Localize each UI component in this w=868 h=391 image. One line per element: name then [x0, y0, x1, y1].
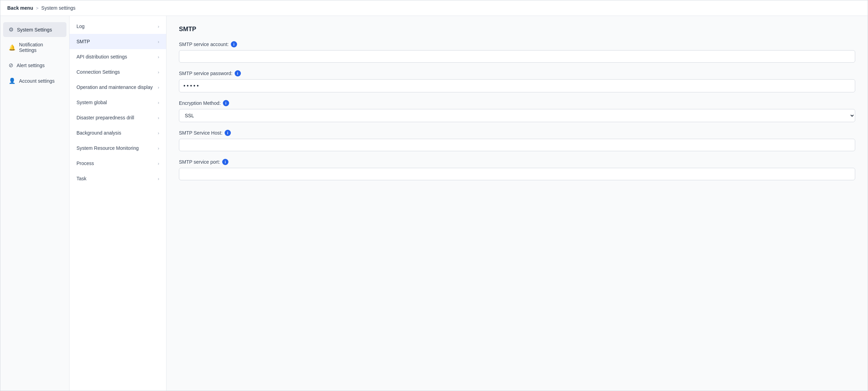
form-group-smtp-account: SMTP service account: i: [179, 41, 855, 63]
nav-label-system-resource: System Resource Monitoring: [76, 145, 158, 151]
nav-item-system-resource[interactable]: System Resource Monitoring ›: [70, 140, 166, 156]
sidebar-label-account-settings: Account settings: [19, 78, 55, 84]
main-layout: ⚙ System Settings 🔔 Notification Setting…: [0, 16, 868, 391]
chevron-right-icon: ›: [158, 54, 159, 60]
encryption-method-label-text: Encryption Method:: [179, 100, 221, 106]
smtp-account-info-icon[interactable]: i: [231, 41, 237, 47]
nav-item-disaster-drill[interactable]: Disaster preparedness drill ›: [70, 110, 166, 125]
nav-label-api-distribution: API distribution settings: [76, 54, 158, 60]
bell-icon: 🔔: [9, 44, 16, 51]
nav-label-connection-settings: Connection Settings: [76, 69, 158, 75]
chevron-right-icon: ›: [158, 161, 159, 166]
breadcrumb-separator: >: [36, 6, 39, 11]
nav-label-system-global: System global: [76, 100, 158, 105]
field-label-encryption-method: Encryption Method: i: [179, 100, 855, 106]
sidebar-label-alert-settings: Alert settings: [17, 63, 45, 68]
chevron-right-icon: ›: [158, 85, 159, 90]
nav-label-disaster-drill: Disaster preparedness drill: [76, 115, 158, 120]
chevron-right-icon: ›: [158, 176, 159, 181]
nav-item-api-distribution[interactable]: API distribution settings ›: [70, 49, 166, 64]
nav-item-smtp[interactable]: SMTP ›: [70, 34, 166, 49]
field-label-smtp-account: SMTP service account: i: [179, 41, 855, 47]
nav-item-system-global[interactable]: System global ›: [70, 95, 166, 110]
nav-item-log[interactable]: Log ›: [70, 19, 166, 34]
nav-label-smtp: SMTP: [76, 39, 158, 44]
form-group-smtp-port: SMTP service port: i: [179, 159, 855, 180]
sidebar-item-account-settings[interactable]: 👤 Account settings: [3, 73, 66, 88]
nav-label-background-analysis: Background analysis: [76, 130, 158, 136]
encryption-method-select[interactable]: SSL TLS STARTTLS None: [179, 109, 855, 122]
form-group-smtp-host: SMTP Service Host: i: [179, 130, 855, 151]
chevron-right-icon: ›: [158, 130, 159, 136]
field-label-smtp-password: SMTP service password: i: [179, 70, 855, 76]
breadcrumb-current: System settings: [41, 5, 75, 11]
chevron-right-icon: ›: [158, 146, 159, 151]
encryption-method-info-icon[interactable]: i: [223, 100, 229, 106]
sidebar-item-notification-settings[interactable]: 🔔 Notification Settings: [3, 38, 66, 57]
smtp-port-label-text: SMTP service port:: [179, 159, 220, 165]
smtp-port-info-icon[interactable]: i: [222, 159, 228, 165]
sidebar-label-system-settings: System Settings: [17, 27, 52, 33]
field-label-smtp-host: SMTP Service Host: i: [179, 130, 855, 136]
chevron-right-icon: ›: [158, 70, 159, 75]
chevron-right-icon: ›: [158, 39, 159, 44]
smtp-host-info-icon[interactable]: i: [225, 130, 231, 136]
nav-label-task: Task: [76, 176, 158, 181]
breadcrumb-home[interactable]: Back menu: [7, 5, 33, 11]
smtp-host-label-text: SMTP Service Host:: [179, 130, 223, 136]
chevron-right-icon: ›: [158, 100, 159, 105]
nav-item-operation-maintenance[interactable]: Operation and maintenance display ›: [70, 80, 166, 95]
right-content-panel: SMTP SMTP service account: i SMTP servic…: [166, 16, 868, 391]
nav-item-task[interactable]: Task ›: [70, 171, 166, 186]
content-title: SMTP: [179, 26, 855, 33]
smtp-password-info-icon[interactable]: i: [235, 70, 241, 76]
nav-label-process: Process: [76, 161, 158, 166]
nav-label-operation-maintenance: Operation and maintenance display: [76, 84, 158, 90]
smtp-account-input[interactable]: [179, 50, 855, 63]
nav-item-background-analysis[interactable]: Background analysis ›: [70, 125, 166, 140]
smtp-host-input[interactable]: [179, 139, 855, 151]
middle-nav-panel: Log › SMTP › API distribution settings ›…: [70, 16, 166, 391]
gear-icon: ⚙: [9, 26, 13, 33]
sidebar-item-alert-settings[interactable]: ⊘ Alert settings: [3, 58, 66, 73]
field-label-smtp-port: SMTP service port: i: [179, 159, 855, 165]
form-group-smtp-password: SMTP service password: i: [179, 70, 855, 92]
nav-item-connection-settings[interactable]: Connection Settings ›: [70, 64, 166, 80]
nav-label-log: Log: [76, 24, 158, 29]
smtp-password-label-text: SMTP service password:: [179, 71, 233, 76]
smtp-password-input[interactable]: [179, 79, 855, 92]
form-group-encryption-method: Encryption Method: i SSL TLS STARTTLS No…: [179, 100, 855, 122]
left-sidebar: ⚙ System Settings 🔔 Notification Setting…: [0, 16, 70, 391]
chevron-right-icon: ›: [158, 115, 159, 120]
person-icon: 👤: [9, 78, 16, 84]
app-wrapper: Back menu > System settings ⚙ System Set…: [0, 0, 868, 391]
chevron-right-icon: ›: [158, 24, 159, 29]
smtp-port-input[interactable]: [179, 168, 855, 180]
sidebar-item-system-settings[interactable]: ⚙ System Settings: [3, 22, 66, 37]
breadcrumb-bar: Back menu > System settings: [0, 0, 868, 16]
nav-item-process[interactable]: Process ›: [70, 156, 166, 171]
alert-icon: ⊘: [9, 62, 13, 69]
smtp-account-label-text: SMTP service account:: [179, 42, 229, 47]
sidebar-label-notification-settings: Notification Settings: [19, 42, 61, 53]
